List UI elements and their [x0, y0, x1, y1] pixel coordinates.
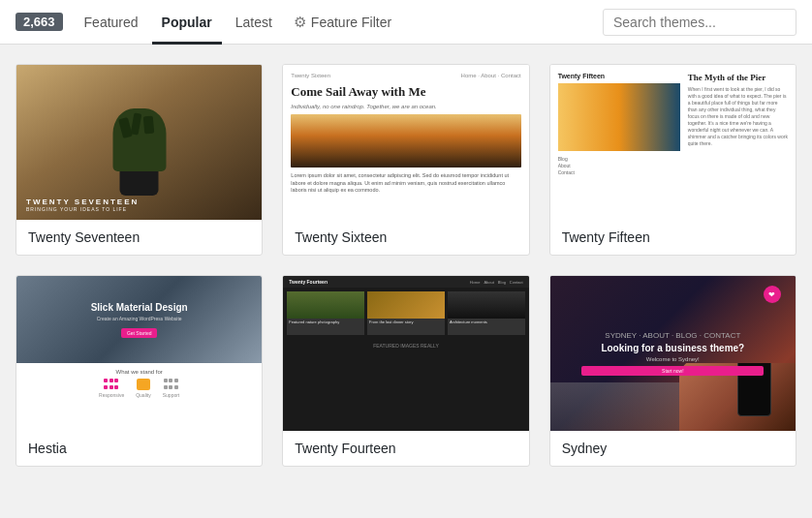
hestia-headline: Slick Material Design — [91, 301, 188, 314]
theme-card-twenty-sixteen[interactable]: Twenty Sixteen Home · About · Contact Co… — [282, 64, 529, 256]
theme-card-hestia[interactable]: Slick Material Design Create an Amazing … — [16, 275, 263, 467]
fourteen-post-3: Architecture moments — [448, 291, 525, 335]
theme-name-sydney: Sydney — [550, 431, 796, 466]
theme-name-hestia: Hestia — [16, 431, 262, 466]
hestia-icon-responsive: Responsive — [99, 379, 124, 398]
top-bar: 2,663 Featured Popular Latest ⚙ Feature … — [0, 0, 812, 45]
fifteen-left: Twenty Fifteen BlogAboutContact — [558, 73, 680, 212]
sydney-subtext: Welcome to Sydney! — [581, 356, 764, 362]
sixteen-image — [291, 114, 520, 168]
hestia-label-quality: Quality — [136, 392, 151, 398]
theme-name-sixteen: Twenty Sixteen — [283, 220, 528, 255]
gear-icon: ⚙ — [294, 14, 306, 31]
hestia-bottom: What we stand for Responsive — [16, 363, 262, 404]
fourteen-header: Twenty Fourteen Home About Blog Contact — [283, 276, 528, 288]
sixteen-subtitle: Individually, no one raindrop. Together,… — [291, 104, 520, 109]
sydney-hero: ❤ SYDNEY · ABOUT · BLOG · CONTACT Lookin… — [550, 276, 796, 431]
sixteen-header: Twenty Sixteen Home · About · Contact — [291, 73, 520, 78]
hestia-icon-quality: Quality — [136, 379, 151, 398]
theme-card-sydney[interactable]: ❤ SYDNEY · ABOUT · BLOG · CONTACT Lookin… — [549, 275, 796, 467]
fifteen-sunset-img — [558, 83, 680, 151]
hestia-icon-support: Support — [163, 379, 180, 398]
theme-preview-seventeen: TWENTY SEVENTEEN Bringing your ideas to … — [16, 65, 262, 220]
theme-preview-fifteen: Twenty Fifteen BlogAboutContact The Myth… — [550, 65, 796, 220]
theme-card-twenty-fourteen[interactable]: Twenty Fourteen Home About Blog Contact … — [282, 275, 529, 467]
fourteen-footer-tag: FEATURED IMAGES REALLY — [283, 339, 528, 352]
theme-name-seventeen: Twenty Seventeen — [16, 220, 262, 255]
feature-filter-button[interactable]: ⚙ Feature Filter — [286, 14, 399, 31]
tab-featured[interactable]: Featured — [75, 0, 148, 45]
theme-preview-sixteen: Twenty Sixteen Home · About · Contact Co… — [283, 65, 528, 220]
sydney-circle-icon: ❤ — [764, 286, 781, 303]
hestia-hero: Slick Material Design Create an Amazing … — [16, 276, 262, 363]
hestia-label-support: Support — [163, 392, 180, 398]
theme-card-twenty-seventeen[interactable]: TWENTY SEVENTEEN Bringing your ideas to … — [16, 64, 263, 256]
seventeen-overlay-text: TWENTY SEVENTEEN Bringing your ideas to … — [26, 198, 139, 212]
fourteen-post-2: From the last dinner story — [367, 291, 445, 335]
fourteen-post-1: Featured nature photography — [287, 291, 364, 335]
fifteen-article: The Myth of the Pier — [688, 73, 788, 82]
tab-popular[interactable]: Popular — [152, 0, 222, 45]
hestia-cta-button[interactable]: Get Started — [121, 328, 158, 338]
sixteen-title: Come Sail Away with Me — [291, 84, 520, 100]
themes-grid: TWENTY SEVENTEEN Bringing your ideas to … — [0, 45, 812, 486]
theme-preview-sydney: ❤ SYDNEY · ABOUT · BLOG · CONTACT Lookin… — [550, 276, 796, 431]
theme-preview-twentyfourteen: Twenty Fourteen Home About Blog Contact … — [283, 276, 528, 431]
fifteen-right: The Myth of the Pier When I first went t… — [688, 73, 788, 212]
theme-count: 2,663 — [16, 13, 63, 31]
sydney-headline: Looking for a business theme? — [581, 342, 764, 354]
fourteen-posts: Featured nature photography From the las… — [283, 288, 528, 339]
theme-name-fifteen: Twenty Fifteen — [550, 220, 796, 255]
hestia-icons: Responsive Quality — [24, 379, 254, 398]
sixteen-body: Lorem ipsum dolor sit amet, consectetur … — [291, 172, 520, 195]
feature-filter-label: Feature Filter — [311, 15, 391, 30]
theme-preview-hestia: Slick Material Design Create an Amazing … — [16, 276, 262, 431]
theme-card-twenty-fifteen[interactable]: Twenty Fifteen BlogAboutContact The Myth… — [549, 64, 796, 256]
theme-name-fourteen: Twenty Fourteen — [283, 431, 528, 466]
sydney-cta-button[interactable]: Start now! — [581, 366, 764, 376]
search-input[interactable] — [603, 9, 796, 36]
hestia-label-responsive: Responsive — [99, 392, 124, 398]
tab-latest[interactable]: Latest — [226, 0, 282, 45]
